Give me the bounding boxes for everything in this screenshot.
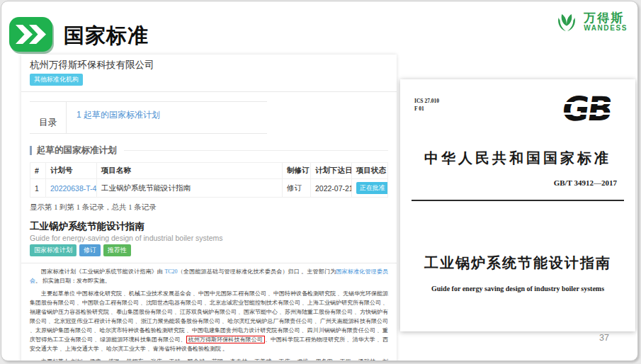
standard-detail-block: 工业锅炉系统节能设计指南 Guide for energy-saving des…: [30, 220, 388, 256]
ics-classification: ICS 27.010 F 01: [414, 98, 439, 113]
wandess-logo: 万得斯 WANDESS: [554, 10, 628, 34]
ics-code: ICS 27.010: [414, 98, 439, 106]
text: 国家标准计划《工业锅炉系统节能设计指南》由: [41, 268, 164, 275]
org-type-badge: 其他标准化机构: [30, 74, 83, 86]
toc-label: 目录: [30, 102, 67, 133]
cell-revision: 修订: [283, 179, 311, 198]
highlighted-company: 杭州万得斯环保科技有限公司: [186, 336, 265, 343]
paragraph-plan-info: 国家标准计划《工业锅炉系统节能设计指南》由 TC20（全国能源基础与管理标准化技…: [30, 267, 388, 285]
page-title: 国家标准: [64, 22, 149, 50]
badge-recommended: 推荐性: [103, 244, 131, 256]
standard-title-en: Guide for energy-saving design of indust…: [30, 234, 388, 242]
chevron-right-icon: [16, 25, 33, 44]
double-chevron-icon: [9, 17, 52, 52]
slide: 国家标准 万得斯 WANDESS 杭州万得斯环保科技有限公司 其他标准化机构 目…: [1, 1, 638, 361]
plans-table: # 计划号 项目名称 制修订 计划下达日期 项目状态 1 20220638-T-…: [30, 162, 388, 198]
company-name: 杭州万得斯环保科技有限公司: [30, 59, 388, 72]
brand-name-en: WANDESS: [584, 25, 628, 33]
toc-link-drafted-plans[interactable]: 1 起草的国家标准计划: [76, 110, 160, 120]
cell-index: 1: [30, 179, 46, 198]
section-bar-icon: [30, 146, 32, 155]
paragraph-drafting-units: 主要起草单位 中国标准化研究院 、机械工业技术发展基金会 、中国中元国际工程有限…: [30, 289, 388, 353]
text: 。 拟实施日期：发布即实施。: [35, 278, 110, 284]
text: 主要起草单位 中国标准化研究院 、机械工业技术发展基金会 、中国中元国际工程有限…: [30, 290, 388, 343]
col-issue-date: 计划下达日期: [311, 163, 352, 179]
text: （全国能源基础与管理标准化技术委员会）归口 。主管部门为: [178, 268, 336, 275]
wandess-leaf-icon: [554, 10, 579, 34]
col-project-name: 项目名称: [97, 163, 283, 179]
cover-title-cn: 工业锅炉系统节能设计指南: [400, 254, 635, 273]
table-row: 1 20220638-T-469 工业锅炉系统节能设计指南 修订 2022-07…: [30, 179, 388, 198]
plan-number-link[interactable]: 20220638-T-469: [50, 184, 97, 193]
paragraph-drafters: 主要起草人 刘钊 、侯睿 、傅强 、笪耀东 、张伟 、王婧 、顾全斌 、苏明 、…: [30, 357, 388, 361]
standard-plan-webpage-screenshot: 杭州万得斯环保科技有限公司 其他标准化机构 目录 1 起草的国家标准计划 起草的…: [21, 55, 397, 361]
table-header-row: # 计划号 项目名称 制修订 计划下达日期 项目状态: [30, 163, 388, 179]
slide-page-number: 37: [599, 333, 609, 343]
col-status: 项目状态: [352, 163, 388, 179]
gb-standard-cover: ICS 27.010 F 01 GB 中华人民共和国国家标准 GB/T 3491…: [400, 79, 635, 331]
status-badge: 正在批准: [356, 182, 388, 194]
section-title: 起草的国家标准计划: [37, 144, 117, 157]
col-revision: 制修订: [283, 163, 311, 179]
toc-box: 目录 1 起草的国家标准计划: [30, 101, 267, 134]
table-record-summary: 显示第 1 到第 1 条记录，总共 1 条记录: [30, 203, 388, 212]
divider: [412, 200, 624, 201]
section-header: 起草的国家标准计划: [30, 144, 388, 157]
badge-national-plan: 国家标准计划: [30, 244, 76, 256]
badge-revision: 修订: [79, 244, 101, 256]
divider: [21, 263, 397, 263]
text: 主要起草人 刘钊 、侯睿 、傅强 、笪耀东 、张伟 、王婧 、顾全斌 、苏明 、…: [30, 358, 388, 361]
brand-name-cn: 万得斯: [584, 12, 628, 25]
cover-heading: 中华人民共和国国家标准: [400, 149, 635, 168]
tc20-link[interactable]: TC20: [164, 268, 177, 275]
standard-number: GB/T 34912—2017: [554, 178, 617, 187]
col-plan-no: 计划号: [46, 163, 97, 179]
doc-class-code: F 01: [414, 106, 439, 113]
cell-date: 2022-07-21: [311, 179, 352, 198]
col-index: #: [30, 163, 46, 179]
cell-project: 工业锅炉系统节能设计指南: [97, 179, 283, 198]
cover-title-en: Guide for energy saving design of indust…: [400, 285, 635, 292]
gb-logo-icon: GB: [553, 91, 619, 127]
standard-title-cn: 工业锅炉系统节能设计指南: [30, 220, 388, 233]
divider: [21, 91, 397, 92]
divider: [124, 150, 389, 151]
